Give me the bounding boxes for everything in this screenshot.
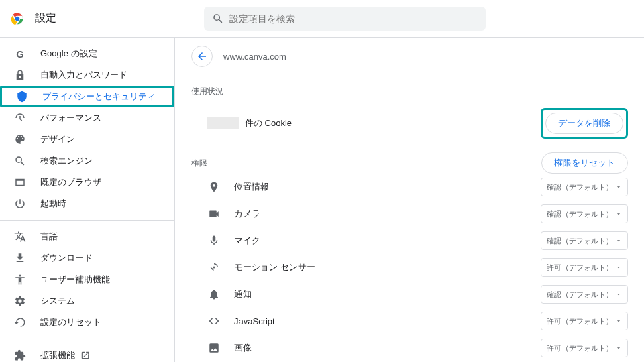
privacy-icon — [15, 90, 29, 103]
system-icon — [13, 294, 27, 308]
sidebar-item-label: プライバシーとセキュリティ — [42, 90, 156, 103]
location-icon — [207, 180, 221, 194]
chevron-down-icon — [615, 264, 622, 271]
sidebar-item-a11y[interactable]: ユーザー補助機能 — [0, 269, 174, 290]
lang-icon — [13, 230, 27, 243]
permission-value: 確認（デフォルト） — [547, 290, 613, 300]
permission-row-image: 画像 許可（デフォルト） — [191, 335, 628, 361]
a11y-icon — [13, 273, 27, 286]
js-icon — [207, 314, 221, 328]
sidebar-item-system[interactable]: システム — [0, 290, 174, 312]
delete-data-button[interactable]: データを削除 — [545, 113, 623, 134]
search-icon — [212, 13, 224, 25]
header: 設定 — [0, 0, 644, 38]
startup-icon — [13, 197, 27, 210]
permission-value: 確認（デフォルト） — [547, 182, 613, 192]
permission-row-js: JavaScript 許可（デフォルト） — [191, 308, 628, 335]
sidebar-item-label: システム — [40, 295, 75, 307]
permission-select-motion[interactable]: 許可（デフォルト） — [541, 258, 628, 277]
camera-icon — [207, 207, 221, 221]
permission-row-bell: 通知 確認（デフォルト） — [191, 281, 628, 308]
mic-icon — [207, 234, 221, 247]
permission-label: 画像 — [234, 342, 252, 354]
autofill-icon — [13, 68, 27, 82]
sidebar-item-label: 起動時 — [40, 198, 66, 210]
chrome-logo-icon — [11, 12, 24, 25]
sidebar-item-google[interactable]: G Google の設定 — [0, 43, 174, 64]
sidebar-item-label: 自動入力とパスワード — [40, 69, 127, 81]
sidebar-item-startup[interactable]: 起動時 — [0, 193, 174, 215]
page-title: 設定 — [35, 11, 56, 25]
back-arrow-icon — [196, 50, 208, 62]
sidebar-item-design[interactable]: デザイン — [0, 129, 174, 150]
cookie-usage-row: 件の Cookie データを削除 — [191, 103, 628, 144]
sidebar-item-ext[interactable]: 拡張機能 — [0, 345, 174, 362]
permission-row-mic: マイク 確認（デフォルト） — [191, 227, 628, 254]
sidebar-item-label: 検索エンジン — [40, 155, 93, 167]
sidebar-item-label: 既定のブラウザ — [40, 176, 101, 188]
permission-select-js[interactable]: 許可（デフォルト） — [541, 312, 628, 330]
sidebar-item-label: 言語 — [40, 231, 58, 243]
chevron-down-icon — [615, 210, 622, 217]
ext-icon — [13, 349, 27, 362]
permission-label: 通知 — [234, 288, 252, 300]
design-icon — [13, 133, 27, 146]
sidebar-item-label: Google の設定 — [40, 48, 97, 60]
permission-value: 許可（デフォルト） — [547, 316, 613, 326]
sidebar-item-label: パフォーマンス — [40, 112, 101, 124]
reset-permissions-button[interactable]: 権限をリセット — [541, 152, 628, 174]
permission-label: JavaScript — [234, 316, 275, 326]
motion-icon — [207, 261, 221, 274]
svg-point-1 — [15, 16, 20, 21]
permission-label: マイク — [234, 235, 260, 247]
browser-icon — [13, 176, 27, 189]
chevron-down-icon — [615, 345, 622, 351]
chevron-down-icon — [615, 291, 622, 298]
sidebar-item-reset[interactable]: 設定のリセット — [0, 312, 174, 333]
sidebar-item-autofill[interactable]: 自動入力とパスワード — [0, 64, 174, 86]
search-icon — [13, 154, 27, 168]
performance-icon — [13, 111, 27, 125]
sidebar-item-performance[interactable]: パフォーマンス — [0, 107, 174, 129]
google-icon: G — [13, 47, 27, 60]
permission-value: 確認（デフォルト） — [547, 209, 613, 219]
permission-row-location: 位置情報 確認（デフォルト） — [191, 174, 628, 200]
sidebar-item-download[interactable]: ダウンロード — [0, 247, 174, 269]
content: www.canva.com 使用状況 件の Cookie データを削除 権限 権… — [174, 38, 644, 362]
sidebar-item-label: デザイン — [40, 133, 75, 145]
search-box[interactable] — [204, 7, 486, 31]
sidebar-item-label: 拡張機能 — [40, 349, 75, 361]
permission-label: モーション センサー — [234, 261, 315, 274]
image-icon — [207, 341, 221, 355]
sidebar-item-label: ユーザー補助機能 — [40, 274, 110, 286]
sidebar-item-privacy[interactable]: プライバシーとセキュリティ — [0, 86, 174, 107]
sidebar-item-browser[interactable]: 既定のブラウザ — [0, 172, 174, 193]
cookie-label: 件の Cookie — [245, 117, 292, 129]
permission-label: 位置情報 — [234, 181, 269, 193]
sidebar-item-lang[interactable]: 言語 — [0, 226, 174, 247]
sidebar-item-label: ダウンロード — [40, 252, 93, 264]
sidebar: G Google の設定 自動入力とパスワード プライバシーとセキュリティ パフ… — [0, 38, 174, 362]
cookie-count-placeholder — [207, 117, 239, 129]
reset-icon — [13, 316, 27, 329]
chevron-down-icon — [615, 184, 622, 190]
permission-select-location[interactable]: 確認（デフォルト） — [541, 178, 628, 196]
permission-select-image[interactable]: 許可（デフォルト） — [541, 339, 628, 357]
usage-section-title: 使用状況 — [191, 86, 628, 97]
permission-value: 許可（デフォルト） — [547, 343, 613, 353]
permission-row-camera: カメラ 確認（デフォルト） — [191, 200, 628, 227]
download-icon — [13, 251, 27, 265]
permission-select-camera[interactable]: 確認（デフォルト） — [541, 204, 628, 223]
sidebar-item-label: 設定のリセット — [40, 316, 101, 328]
permission-select-bell[interactable]: 確認（デフォルト） — [541, 285, 628, 304]
sidebar-item-search[interactable]: 検索エンジン — [0, 150, 174, 172]
permission-value: 確認（デフォルト） — [547, 236, 613, 246]
chevron-down-icon — [615, 318, 622, 324]
bell-icon — [207, 288, 221, 301]
permission-label: カメラ — [234, 208, 260, 220]
back-button[interactable] — [191, 46, 213, 67]
search-input[interactable] — [229, 13, 478, 24]
permissions-section-title: 権限 — [191, 158, 207, 169]
permission-value: 許可（デフォルト） — [547, 263, 613, 273]
permission-select-mic[interactable]: 確認（デフォルト） — [541, 231, 628, 250]
